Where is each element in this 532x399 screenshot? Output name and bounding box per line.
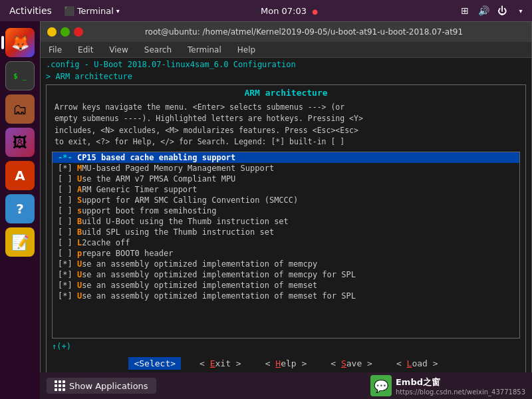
network-icon[interactable]: ⊞	[459, 5, 471, 17]
topbar-clock: Mon 07:03 ●	[261, 6, 318, 16]
dock-item-firefox[interactable]: 🦊	[5, 28, 35, 57]
help-line-4: to exit, <?> for Help, </> for Search. L…	[55, 136, 517, 148]
weixin-name: Embd之窗	[396, 376, 525, 388]
help-line-3: includes, <N> excludes, <M> modularizes …	[55, 125, 517, 136]
breadcrumb: .config - U-Boot 2018.07-linux4sam_6.0 C…	[41, 58, 531, 71]
help-line-2: empty submenus ----). Highlighted letter…	[55, 113, 517, 124]
kconfig-item-12[interactable]: [*] Use an assembly optimized implementa…	[53, 280, 519, 291]
terminal-content: .config - U-Boot 2018.07-linux4sam_6.0 C…	[41, 58, 531, 378]
application-dock: 🦊 $ _ 🗂 🖼 A ? 📝	[0, 21, 40, 399]
dock-item-notes[interactable]: 📝	[5, 227, 35, 257]
kconfig-more-indicator: ↑(+)	[47, 341, 525, 352]
save-button[interactable]: < Save >	[325, 357, 378, 370]
terminal-title: root@ubuntu: /home/atmel/Kernel2019-09-0…	[83, 27, 525, 37]
select-button[interactable]: <Select>	[128, 357, 181, 370]
terminal-titlebar: root@ubuntu: /home/atmel/Kernel2019-09-0…	[41, 22, 531, 42]
kconfig-item-6[interactable]: [ ] Build U-Boot using the Thumb instruc…	[53, 216, 519, 227]
kconfig-item-2[interactable]: [ ] Use the ARM v7 PMSA Compliant MPU	[53, 174, 519, 184]
kconfig-list[interactable]: -*- CP15 based cache enabling support [*…	[52, 152, 520, 338]
weixin-url: https://blog.csdn.net/weixin_43771853	[396, 388, 525, 396]
kconfig-item-11[interactable]: [*] Use an assembly optimized implementa…	[53, 269, 519, 280]
exit-button[interactable]: < Exit >	[194, 357, 247, 370]
kconfig-item-9[interactable]: [ ] prepare BOOT0 header	[53, 248, 519, 259]
kconfig-item-5[interactable]: [ ] support boot from semihosting	[53, 205, 519, 216]
show-applications-button[interactable]: Show Applications	[47, 378, 156, 394]
kconfig-item-13[interactable]: [*] Use an assembly optimized implementa…	[53, 291, 519, 301]
minimize-button[interactable]	[47, 27, 57, 37]
terminal-menubar: File Edit View Search Terminal Help	[41, 42, 531, 58]
dock-item-files[interactable]: 🗂	[5, 94, 35, 124]
kconfig-title: ARM architecture	[47, 85, 525, 100]
kconfig-action-buttons: <Select> < Exit > < Help > < Save > < Lo…	[47, 352, 525, 375]
kconfig-item-0[interactable]: -*- CP15 based cache enabling support	[53, 152, 519, 163]
menu-search[interactable]: Search	[142, 44, 174, 56]
kconfig-dialog: ARM architecture Arrow keys navigate the…	[46, 84, 526, 376]
grid-icon	[55, 380, 65, 391]
show-apps-label: Show Applications	[69, 381, 148, 391]
weixin-logo: 💬	[370, 375, 392, 396]
maximize-button[interactable]	[61, 27, 70, 37]
topbar: Activities ⬛ Terminal ▾ Mon 07:03 ● ⊞ 🔊 …	[0, 0, 532, 21]
weixin-badge: 💬 Embd之窗 https://blog.csdn.net/weixin_43…	[370, 375, 525, 396]
kconfig-item-7[interactable]: [ ] Build SPL using the Thumb instructio…	[53, 227, 519, 237]
dock-item-fonts[interactable]: A	[5, 161, 35, 190]
activities-button[interactable]: Activities	[5, 4, 56, 17]
power-icon[interactable]: ⏻	[496, 5, 508, 17]
window-controls	[47, 27, 83, 37]
topbar-right: ⊞ 🔊 ⏻ ▾	[459, 5, 527, 17]
close-button[interactable]	[74, 27, 83, 37]
topbar-left: Activities ⬛ Terminal ▾	[5, 4, 120, 17]
kconfig-help-text: Arrow keys navigate the menu. <Enter> se…	[47, 100, 525, 149]
load-button[interactable]: < Load >	[391, 357, 444, 370]
menu-help[interactable]: Help	[235, 44, 258, 56]
help-button[interactable]: < Help >	[260, 357, 313, 370]
terminal-window: root@ubuntu: /home/atmel/Kernel2019-09-0…	[40, 21, 532, 379]
dropdown-icon[interactable]: ▾	[515, 5, 527, 17]
kconfig-item-3[interactable]: [ ] ARM Generic Timer support	[53, 184, 519, 195]
breadcrumb-sub: > ARM architecture	[41, 71, 531, 82]
volume-icon[interactable]: 🔊	[477, 5, 489, 17]
menu-edit[interactable]: Edit	[75, 44, 96, 56]
dock-item-help[interactable]: ?	[5, 194, 35, 223]
menu-view[interactable]: View	[106, 44, 130, 56]
dock-item-terminal[interactable]: $ _	[5, 61, 35, 90]
dock-item-photos[interactable]: 🖼	[5, 128, 35, 157]
kconfig-item-8[interactable]: [ ] L2cache off	[53, 237, 519, 248]
terminal-icon: ⬛	[64, 6, 74, 16]
taskbar-right: 💬 Embd之窗 https://blog.csdn.net/weixin_43…	[370, 375, 525, 396]
kconfig-item-4[interactable]: [ ] Support for ARM SMC Calling Conventi…	[53, 195, 519, 205]
menu-file[interactable]: File	[46, 44, 65, 56]
kconfig-item-10[interactable]: [*] Use an assembly optimized implementa…	[53, 259, 519, 269]
bottom-taskbar: Show Applications 💬 Embd之窗 https://blog.…	[40, 372, 532, 399]
terminal-label: ⬛ Terminal ▾	[64, 6, 120, 16]
kconfig-item-1[interactable]: [*] MMU-based Paged Memory Management Su…	[53, 163, 519, 174]
terminal-title: Terminal	[77, 6, 114, 16]
dropdown-icon[interactable]: ▾	[116, 7, 120, 15]
menu-terminal[interactable]: Terminal	[185, 44, 224, 56]
help-line-1: Arrow keys navigate the menu. <Enter> se…	[55, 102, 517, 113]
